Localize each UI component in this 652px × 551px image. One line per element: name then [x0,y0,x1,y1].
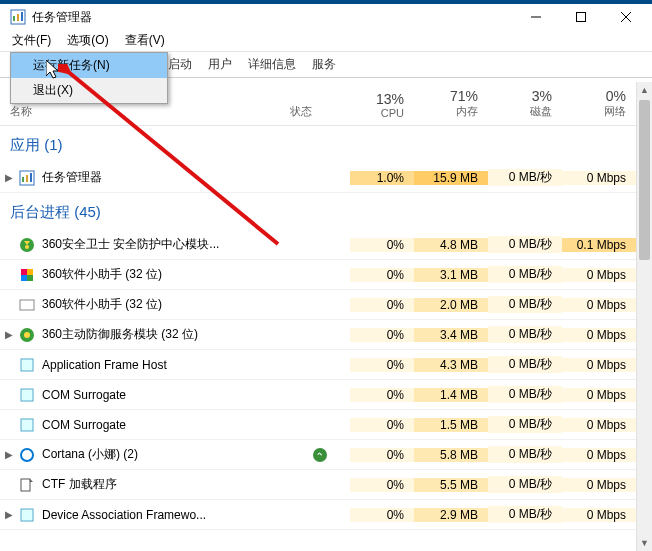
table-row[interactable]: COM Surrogate 0% 1.5 MB 0 MB/秒 0 Mbps [0,410,652,440]
process-icon [18,507,36,523]
process-name: COM Surrogate [42,388,290,402]
titlebar: 任务管理器 [0,0,652,30]
expand-icon[interactable]: ▶ [0,449,18,460]
window-title: 任务管理器 [32,9,513,26]
process-icon [18,417,36,433]
net-cell: 0 Mbps [562,171,636,185]
menu-exit[interactable]: 退出(X) [11,78,167,103]
maximize-button[interactable] [558,4,603,30]
header-memory[interactable]: 71%内存 [414,78,488,125]
process-icon [18,237,36,253]
expand-icon[interactable]: ▶ [0,509,18,520]
group-apps[interactable]: 应用 (1) [0,126,652,163]
table-row[interactable]: CTF 加载程序 0% 5.5 MB 0 MB/秒 0 Mbps [0,470,652,500]
scrollbar[interactable]: ▲ ▼ [636,82,652,551]
process-icon [18,387,36,403]
process-name: 360安全卫士 安全防护中心模块... [42,236,290,253]
svg-rect-19 [27,275,33,281]
process-name: Application Frame Host [42,358,290,372]
process-icon [18,357,36,373]
process-icon [18,170,36,186]
svg-point-15 [25,245,29,249]
scroll-thumb[interactable] [639,100,650,260]
svg-rect-13 [30,173,32,182]
file-dropdown: 运行新任务(N) 退出(X) [10,52,168,104]
table-row[interactable]: ▶ 任务管理器 1.0% 15.9 MB 0 MB/秒 0 Mbps [0,163,652,193]
svg-rect-20 [20,300,34,310]
table-row[interactable]: Application Frame Host 0% 4.3 MB 0 MB/秒 … [0,350,652,380]
table-row[interactable]: ▶ Device Association Framewo... 0% 2.9 M… [0,500,652,530]
expand-icon[interactable]: ▶ [0,172,18,183]
suspended-icon [313,448,327,462]
svg-rect-25 [21,419,33,431]
close-button[interactable] [603,4,648,30]
header-status[interactable]: 状态 [290,104,350,119]
header-disk[interactable]: 3%磁盘 [488,78,562,125]
table-row[interactable]: 360安全卫士 安全防护中心模块... 0% 4.8 MB 0 MB/秒 0.1… [0,230,652,260]
table-row[interactable]: ▶ Cortana (小娜) (2) 0% 5.8 MB 0 MB/秒 0 Mb… [0,440,652,470]
process-name: COM Surrogate [42,418,290,432]
table-row[interactable]: 360软件小助手 (32 位) 0% 3.1 MB 0 MB/秒 0 Mbps [0,260,652,290]
header-name[interactable]: 名称 [10,104,280,119]
process-list: 应用 (1) ▶ 任务管理器 1.0% 15.9 MB 0 MB/秒 0 Mbp… [0,126,652,530]
process-name: 任务管理器 [42,169,290,186]
process-name: Device Association Framewo... [42,508,290,522]
minimize-button[interactable] [513,4,558,30]
process-icon [18,297,36,313]
menu-run-new-task[interactable]: 运行新任务(N) [11,53,167,78]
svg-rect-1 [13,16,15,21]
svg-point-22 [24,332,30,338]
svg-rect-2 [17,14,19,21]
table-row[interactable]: 360软件小助手 (32 位) 0% 2.0 MB 0 MB/秒 0 Mbps [0,290,652,320]
svg-rect-17 [27,269,33,275]
process-icon [18,477,36,493]
group-background[interactable]: 后台进程 (45) [0,193,652,230]
svg-rect-12 [26,175,28,182]
process-name: Cortana (小娜) (2) [42,446,290,463]
svg-rect-5 [576,13,585,22]
scroll-up-icon[interactable]: ▲ [637,82,652,98]
svg-point-26 [21,449,33,461]
header-network[interactable]: 0%网络 [562,78,636,125]
status-cell [290,448,350,462]
menu-options[interactable]: 选项(O) [59,30,116,51]
svg-rect-11 [22,177,24,182]
svg-rect-28 [21,509,33,521]
expand-icon[interactable]: ▶ [0,329,18,340]
disk-cell: 0 MB/秒 [488,169,562,186]
table-row[interactable]: ▶ 360主动防御服务模块 (32 位) 0% 3.4 MB 0 MB/秒 0 … [0,320,652,350]
tab-details[interactable]: 详细信息 [240,52,304,77]
table-row[interactable]: COM Surrogate 0% 1.4 MB 0 MB/秒 0 Mbps [0,380,652,410]
header-cpu[interactable]: 13%CPU [350,78,414,125]
svg-rect-27 [21,479,30,491]
menubar: 文件(F) 选项(O) 查看(V) [0,30,652,52]
mem-cell: 15.9 MB [414,171,488,185]
process-name: 360主动防御服务模块 (32 位) [42,326,290,343]
svg-rect-24 [21,389,33,401]
menu-file[interactable]: 文件(F) [4,30,59,51]
app-icon [10,9,26,25]
svg-rect-16 [21,269,27,275]
process-name: 360软件小助手 (32 位) [42,296,290,313]
cpu-cell: 1.0% [350,171,414,185]
svg-rect-23 [21,359,33,371]
tab-services[interactable]: 服务 [304,52,344,77]
process-name: 360软件小助手 (32 位) [42,266,290,283]
menu-view[interactable]: 查看(V) [117,30,173,51]
svg-rect-3 [21,12,23,21]
process-icon [18,447,36,463]
tab-users[interactable]: 用户 [200,52,240,77]
scroll-down-icon[interactable]: ▼ [637,535,652,551]
process-icon [18,267,36,283]
process-icon [18,327,36,343]
svg-rect-18 [21,275,27,281]
process-name: CTF 加载程序 [42,476,290,493]
